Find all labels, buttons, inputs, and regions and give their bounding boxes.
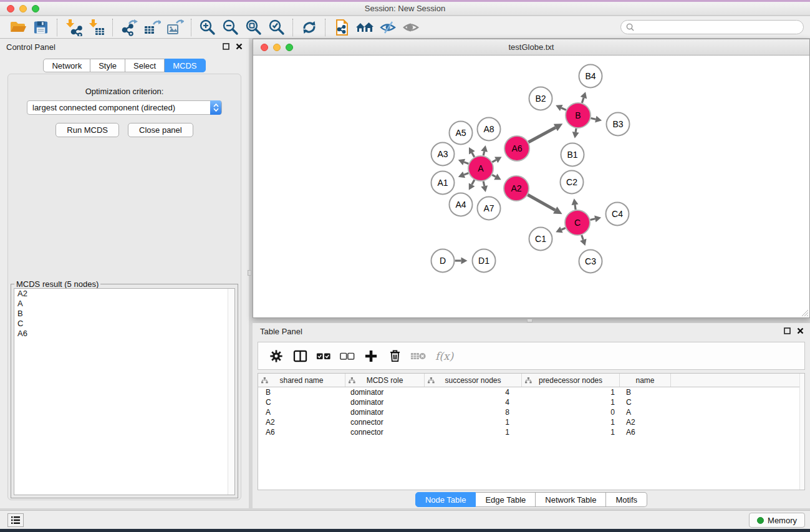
mcds-result-item[interactable]: C [14, 319, 234, 329]
graph-edge-A-A8[interactable] [483, 152, 484, 156]
table-row[interactable]: A2connector11A2 [258, 417, 804, 427]
show-all-networks-button[interactable] [353, 18, 376, 37]
show-hidden-button[interactable] [399, 18, 422, 37]
graph-edge-A-A5[interactable] [472, 153, 475, 157]
table-cell[interactable]: connector [345, 427, 425, 437]
tab-network-table[interactable]: Network Table [536, 492, 606, 507]
graph-edge-C-C4[interactable] [591, 219, 595, 220]
table-cell[interactable]: A2 [258, 417, 345, 427]
optimization-criterion-select[interactable]: largest connected component (directed) [27, 100, 222, 115]
table-row[interactable]: Adominator80A [258, 407, 804, 417]
table-cell[interactable]: 1 [522, 417, 620, 427]
delete-columns-button[interactable] [384, 346, 405, 367]
network-window-titlebar[interactable]: testGlobe.txt [253, 39, 809, 56]
table-settings-button[interactable] [266, 346, 287, 367]
graph-edge-B-B3[interactable] [591, 118, 596, 119]
table-cell[interactable]: 1 [425, 427, 522, 437]
mcds-result-item[interactable]: A [14, 299, 234, 309]
tab-node-table[interactable]: Node Table [415, 492, 476, 507]
save-session-button[interactable] [29, 18, 52, 37]
export-image-button[interactable] [163, 18, 186, 37]
hide-selected-button[interactable] [376, 18, 399, 37]
network-canvas[interactable]: B4B2BB3A8A5A6A3B1AC2A1A2A4A7C4CC1C3DD1 [253, 56, 809, 317]
table-cell[interactable]: A2 [620, 417, 671, 427]
run-mcds-button[interactable]: Run MCDS [55, 123, 119, 137]
horizontal-splitter-handle[interactable] [527, 319, 533, 322]
mcds-result-item[interactable]: B [14, 309, 234, 319]
table-cell[interactable]: 8 [425, 407, 522, 417]
column-header-name[interactable]: name [620, 374, 671, 387]
table-cell[interactable]: 1 [522, 387, 620, 397]
graph-edge-A-A2[interactable] [492, 175, 496, 177]
tab-edge-table[interactable]: Edge Table [476, 492, 536, 507]
table-cell[interactable]: 4 [425, 397, 522, 407]
zoom-out-button[interactable] [219, 18, 242, 37]
graph-edge-B-B1[interactable] [576, 128, 576, 132]
function-builder-button[interactable]: f(x) [435, 350, 453, 362]
resize-grip-icon[interactable] [800, 308, 809, 317]
graph-edge-B-B4[interactable] [582, 98, 584, 103]
table-scrollbar[interactable] [799, 374, 804, 490]
graph-edge-A-A6[interactable] [492, 160, 496, 162]
zoom-fit-button[interactable] [242, 18, 265, 37]
import-network-button[interactable] [62, 18, 85, 37]
mcds-result-item[interactable]: A6 [14, 329, 234, 339]
graph-edge-A-A4[interactable] [472, 180, 475, 185]
vertical-splitter-handle[interactable] [248, 270, 251, 276]
import-table-button[interactable] [85, 18, 108, 37]
tab-motifs[interactable]: Motifs [606, 492, 647, 507]
graph-edge-B-B2[interactable] [561, 108, 566, 110]
graph-edge-A-A3[interactable] [464, 162, 468, 164]
tab-style[interactable]: Style [90, 59, 125, 72]
list-scrollbar[interactable] [228, 289, 234, 495]
zoom-in-button[interactable] [196, 18, 219, 37]
mcds-result-item[interactable]: A2 [14, 289, 234, 299]
tab-network[interactable]: Network [43, 59, 90, 72]
table-cell[interactable]: 1 [522, 397, 620, 407]
table-cell[interactable]: 1 [522, 427, 620, 437]
close-panel-button[interactable]: Close panel [128, 123, 193, 137]
table-cell[interactable]: dominator [345, 387, 425, 397]
table-cell[interactable]: connector [345, 417, 425, 427]
zoom-selected-button[interactable] [265, 18, 288, 37]
table-row[interactable]: A6connector11A6 [258, 427, 804, 437]
node-table[interactable]: shared nameMCDS rolesuccessor nodesprede… [258, 373, 805, 490]
delete-table-button[interactable] [408, 346, 429, 367]
table-cell[interactable]: A6 [258, 427, 345, 437]
table-cell[interactable]: 1 [425, 417, 522, 427]
table-cell[interactable]: B [620, 387, 671, 397]
graph-edge-A6-B[interactable] [528, 128, 555, 143]
table-cell[interactable]: 0 [522, 407, 620, 417]
float-panel-icon[interactable] [784, 327, 791, 334]
graph-edge-A-A1[interactable] [464, 173, 468, 175]
create-column-button[interactable] [360, 346, 382, 367]
column-header-predecessor-nodes[interactable]: predecessor nodes [522, 374, 620, 387]
show-columns-button[interactable] [289, 346, 311, 367]
graph-edge-A2-C[interactable] [528, 195, 555, 210]
table-row[interactable]: Bdominator41B [258, 387, 804, 397]
table-cell[interactable]: C [258, 397, 345, 407]
graph-edge-C-C1[interactable] [561, 228, 565, 230]
table-cell[interactable]: dominator [345, 397, 425, 407]
table-cell[interactable]: dominator [345, 407, 425, 417]
export-network-button[interactable] [117, 18, 140, 37]
table-cell[interactable]: C [620, 397, 671, 407]
select-all-button[interactable] [313, 346, 334, 367]
float-panel-icon[interactable] [223, 43, 229, 50]
graph-edge-A-A7[interactable] [483, 181, 485, 186]
apply-layout-button[interactable] [297, 18, 321, 37]
table-row[interactable]: Cdominator41C [258, 397, 804, 407]
export-table-button[interactable] [140, 18, 163, 37]
close-panel-icon[interactable] [236, 43, 243, 50]
show-panels-button[interactable] [7, 513, 24, 527]
close-panel-icon[interactable] [797, 327, 804, 334]
tab-mcds[interactable]: MCDS [165, 59, 205, 72]
graph-edge-C-C2[interactable] [575, 205, 576, 210]
graph-edge-C-C3[interactable] [582, 235, 584, 240]
mcds-result-list[interactable]: A2ABCA6 [14, 288, 235, 495]
table-cell[interactable]: B [258, 387, 345, 397]
search-input[interactable] [637, 23, 798, 32]
network-graph[interactable]: B4B2BB3A8A5A6A3B1AC2A1A2A4A7C4CC1C3DD1 [253, 56, 809, 318]
open-session-button[interactable] [6, 18, 29, 37]
tab-select[interactable]: Select [125, 59, 165, 72]
